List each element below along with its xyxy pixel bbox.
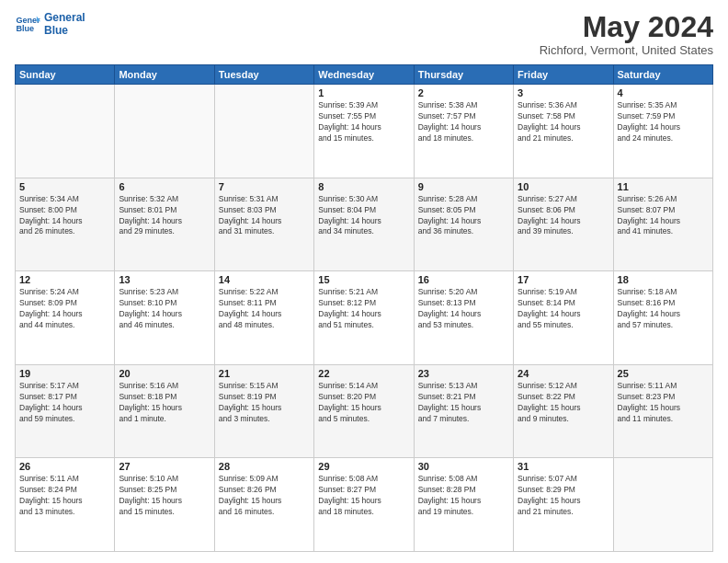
day-info: Sunrise: 5:27 AM Sunset: 8:06 PM Dayligh…	[518, 194, 609, 238]
calendar-cell: 26Sunrise: 5:11 AM Sunset: 8:24 PM Dayli…	[16, 458, 115, 552]
day-info: Sunrise: 5:11 AM Sunset: 8:24 PM Dayligh…	[19, 474, 110, 518]
logo-icon: General Blue	[15, 11, 40, 37]
day-number: 20	[119, 368, 210, 379]
day-info: Sunrise: 5:19 AM Sunset: 8:14 PM Dayligh…	[518, 287, 609, 331]
day-number: 1	[318, 87, 409, 98]
calendar-cell: 16Sunrise: 5:20 AM Sunset: 8:13 PM Dayli…	[414, 271, 513, 365]
day-header-friday: Friday	[514, 65, 613, 85]
calendar-cell: 1Sunrise: 5:39 AM Sunset: 7:55 PM Daylig…	[314, 85, 414, 178]
calendar-table: SundayMondayTuesdayWednesdayThursdayFrid…	[15, 64, 713, 552]
day-info: Sunrise: 5:20 AM Sunset: 8:13 PM Dayligh…	[418, 287, 509, 331]
calendar-cell: 28Sunrise: 5:09 AM Sunset: 8:26 PM Dayli…	[214, 458, 313, 552]
calendar-cell: 2Sunrise: 5:38 AM Sunset: 7:57 PM Daylig…	[414, 85, 513, 178]
day-info: Sunrise: 5:07 AM Sunset: 8:29 PM Dayligh…	[518, 474, 609, 518]
calendar-cell	[16, 85, 115, 178]
day-info: Sunrise: 5:10 AM Sunset: 8:25 PM Dayligh…	[119, 474, 210, 518]
week-row-0: 1Sunrise: 5:39 AM Sunset: 7:55 PM Daylig…	[16, 85, 713, 178]
calendar-cell: 9Sunrise: 5:28 AM Sunset: 8:05 PM Daylig…	[414, 178, 513, 271]
day-number: 24	[518, 368, 609, 379]
day-number: 2	[418, 87, 509, 98]
calendar-cell: 15Sunrise: 5:21 AM Sunset: 8:12 PM Dayli…	[314, 271, 414, 365]
day-number: 31	[518, 461, 609, 472]
calendar-cell: 21Sunrise: 5:15 AM Sunset: 8:19 PM Dayli…	[214, 364, 313, 458]
week-row-3: 19Sunrise: 5:17 AM Sunset: 8:17 PM Dayli…	[16, 364, 713, 458]
day-number: 5	[19, 181, 110, 192]
calendar-cell: 7Sunrise: 5:31 AM Sunset: 8:03 PM Daylig…	[214, 178, 313, 271]
day-number: 26	[19, 461, 110, 472]
calendar-cell	[613, 458, 712, 552]
day-info: Sunrise: 5:36 AM Sunset: 7:58 PM Dayligh…	[518, 100, 609, 144]
day-info: Sunrise: 5:31 AM Sunset: 8:03 PM Dayligh…	[219, 194, 310, 238]
day-number: 18	[618, 274, 709, 285]
calendar-cell: 31Sunrise: 5:07 AM Sunset: 8:29 PM Dayli…	[514, 458, 613, 552]
day-info: Sunrise: 5:08 AM Sunset: 8:27 PM Dayligh…	[318, 474, 409, 518]
day-header-sunday: Sunday	[16, 65, 115, 85]
day-info: Sunrise: 5:22 AM Sunset: 8:11 PM Dayligh…	[219, 287, 310, 331]
day-info: Sunrise: 5:26 AM Sunset: 8:07 PM Dayligh…	[618, 194, 709, 238]
calendar-cell: 30Sunrise: 5:08 AM Sunset: 8:28 PM Dayli…	[414, 458, 513, 552]
day-number: 9	[418, 181, 509, 192]
calendar-cell: 20Sunrise: 5:16 AM Sunset: 8:18 PM Dayli…	[115, 364, 214, 458]
day-number: 14	[219, 274, 310, 285]
day-info: Sunrise: 5:34 AM Sunset: 8:00 PM Dayligh…	[19, 194, 110, 238]
day-number: 15	[318, 274, 409, 285]
day-header-tuesday: Tuesday	[214, 65, 313, 85]
day-info: Sunrise: 5:21 AM Sunset: 8:12 PM Dayligh…	[318, 287, 409, 331]
day-header-monday: Monday	[115, 65, 214, 85]
day-info: Sunrise: 5:16 AM Sunset: 8:18 PM Dayligh…	[119, 381, 210, 425]
header: General Blue General Blue May 2024 Richf…	[15, 11, 713, 57]
day-number: 8	[318, 181, 409, 192]
day-number: 16	[418, 274, 509, 285]
day-info: Sunrise: 5:09 AM Sunset: 8:26 PM Dayligh…	[219, 474, 310, 518]
day-info: Sunrise: 5:18 AM Sunset: 8:16 PM Dayligh…	[618, 287, 709, 331]
day-number: 6	[119, 181, 210, 192]
day-number: 12	[19, 274, 110, 285]
header-row: SundayMondayTuesdayWednesdayThursdayFrid…	[16, 65, 713, 85]
day-number: 29	[318, 461, 409, 472]
day-number: 19	[19, 368, 110, 379]
day-info: Sunrise: 5:15 AM Sunset: 8:19 PM Dayligh…	[219, 381, 310, 425]
calendar-cell	[115, 85, 214, 178]
calendar-cell: 14Sunrise: 5:22 AM Sunset: 8:11 PM Dayli…	[214, 271, 313, 365]
day-number: 22	[318, 368, 409, 379]
month-title: May 2024	[540, 11, 713, 43]
svg-text:Blue: Blue	[16, 24, 34, 33]
calendar-header: SundayMondayTuesdayWednesdayThursdayFrid…	[16, 65, 713, 85]
calendar-cell: 5Sunrise: 5:34 AM Sunset: 8:00 PM Daylig…	[16, 178, 115, 271]
day-header-saturday: Saturday	[613, 65, 712, 85]
day-info: Sunrise: 5:11 AM Sunset: 8:23 PM Dayligh…	[618, 381, 709, 425]
day-number: 27	[119, 461, 210, 472]
day-number: 21	[219, 368, 310, 379]
calendar-cell: 10Sunrise: 5:27 AM Sunset: 8:06 PM Dayli…	[514, 178, 613, 271]
day-number: 28	[219, 461, 310, 472]
day-info: Sunrise: 5:35 AM Sunset: 7:59 PM Dayligh…	[618, 100, 709, 144]
calendar-cell: 8Sunrise: 5:30 AM Sunset: 8:04 PM Daylig…	[314, 178, 414, 271]
day-number: 25	[618, 368, 709, 379]
calendar-body: 1Sunrise: 5:39 AM Sunset: 7:55 PM Daylig…	[16, 85, 713, 552]
calendar-cell: 19Sunrise: 5:17 AM Sunset: 8:17 PM Dayli…	[16, 364, 115, 458]
day-number: 11	[618, 181, 709, 192]
day-number: 30	[418, 461, 509, 472]
page: General Blue General Blue May 2024 Richf…	[0, 0, 728, 563]
day-header-wednesday: Wednesday	[314, 65, 414, 85]
day-info: Sunrise: 5:24 AM Sunset: 8:09 PM Dayligh…	[19, 287, 110, 331]
calendar-cell: 23Sunrise: 5:13 AM Sunset: 8:21 PM Dayli…	[414, 364, 513, 458]
calendar-cell: 18Sunrise: 5:18 AM Sunset: 8:16 PM Dayli…	[613, 271, 712, 365]
day-info: Sunrise: 5:12 AM Sunset: 8:22 PM Dayligh…	[518, 381, 609, 425]
calendar-cell: 29Sunrise: 5:08 AM Sunset: 8:27 PM Dayli…	[314, 458, 414, 552]
calendar-cell: 17Sunrise: 5:19 AM Sunset: 8:14 PM Dayli…	[514, 271, 613, 365]
calendar-cell: 24Sunrise: 5:12 AM Sunset: 8:22 PM Dayli…	[514, 364, 613, 458]
day-info: Sunrise: 5:14 AM Sunset: 8:20 PM Dayligh…	[318, 381, 409, 425]
day-info: Sunrise: 5:28 AM Sunset: 8:05 PM Dayligh…	[418, 194, 509, 238]
calendar-cell: 6Sunrise: 5:32 AM Sunset: 8:01 PM Daylig…	[115, 178, 214, 271]
calendar-cell: 11Sunrise: 5:26 AM Sunset: 8:07 PM Dayli…	[613, 178, 712, 271]
day-info: Sunrise: 5:08 AM Sunset: 8:28 PM Dayligh…	[418, 474, 509, 518]
day-number: 3	[518, 87, 609, 98]
day-info: Sunrise: 5:32 AM Sunset: 8:01 PM Dayligh…	[119, 194, 210, 238]
location: Richford, Vermont, United States	[540, 43, 713, 57]
calendar-cell: 4Sunrise: 5:35 AM Sunset: 7:59 PM Daylig…	[613, 85, 712, 178]
logo-line1: General	[44, 11, 85, 24]
calendar-cell: 27Sunrise: 5:10 AM Sunset: 8:25 PM Dayli…	[115, 458, 214, 552]
logo: General Blue General Blue	[15, 11, 85, 37]
calendar-cell: 25Sunrise: 5:11 AM Sunset: 8:23 PM Dayli…	[613, 364, 712, 458]
